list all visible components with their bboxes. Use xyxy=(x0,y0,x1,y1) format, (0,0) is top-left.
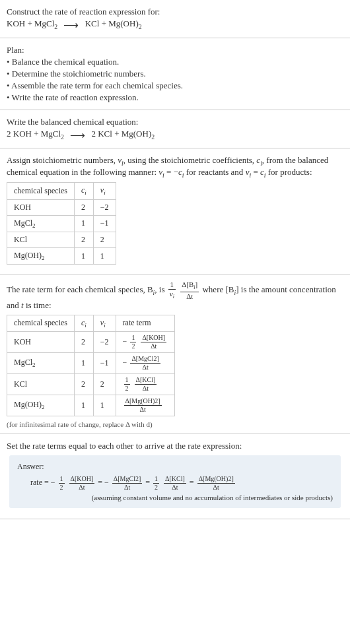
eq1-m: = − xyxy=(164,167,178,177)
hd: 2 xyxy=(59,484,65,491)
f2n: Δ[Bi] xyxy=(180,281,199,292)
table-row: KCl 2 2 xyxy=(7,232,116,247)
rate-word: rate = xyxy=(30,478,51,487)
th-ci-i: i xyxy=(85,190,87,197)
table-row: Mg(OH)2 1 1 Δ[Mg(OH)2]Δt xyxy=(7,395,175,416)
cell-rate: − 12 Δ[KOH]Δt xyxy=(116,332,175,353)
final-section: Set the rate terms equal to each other t… xyxy=(0,434,350,519)
plan-heading: Plan: xyxy=(7,45,343,55)
cell-nu: 1 xyxy=(93,247,116,264)
f1d: νi xyxy=(168,290,176,300)
th2-nui-i: i xyxy=(104,322,106,329)
th-rate: rate term xyxy=(116,315,175,331)
cell-species: KOH xyxy=(7,199,75,215)
sp-t: MgCl xyxy=(14,358,32,367)
delta-frac-koh: Δ[KOH]Δt xyxy=(69,476,95,491)
assign-section: Assign stoichiometric numbers, νi, using… xyxy=(0,148,350,274)
assign-te: for products: xyxy=(265,167,312,177)
cell-nu: 2 xyxy=(93,232,116,247)
intro-line1: Construct the rate of reaction expressio… xyxy=(7,7,343,17)
intro-section: Construct the rate of reaction expressio… xyxy=(0,0,350,38)
table-row: MgCl2 1 −1 xyxy=(7,215,116,232)
half-frac: 12 xyxy=(130,335,136,350)
table-row: KOH 2 −2 xyxy=(7,199,116,215)
hn2: 1 xyxy=(153,476,159,484)
th-species: chemical species xyxy=(7,183,75,199)
cell-c: 1 xyxy=(74,395,93,416)
frac-one-over-nu: 1 νi xyxy=(168,281,176,300)
cell-rate: Δ[Mg(OH)2]Δt xyxy=(116,395,175,416)
eq2-m: = xyxy=(251,167,260,177)
sp-s: 2 xyxy=(42,404,45,411)
delta-frac-mgcl2: Δ[MgCl2]Δt xyxy=(112,476,142,491)
neg1: − xyxy=(51,478,55,487)
eq1: = xyxy=(98,478,104,487)
t4n: Δ[Mg(OH)2] xyxy=(197,476,235,484)
arrow-icon: ⟶ xyxy=(63,18,79,31)
rate-expression: rate = − 12 Δ[KOH]Δt = − Δ[MgCl2]Δt = 12… xyxy=(30,476,333,491)
eq3: = xyxy=(190,478,196,487)
dn: Δ[Mg(OH)2] xyxy=(124,398,162,406)
cell-nu: −1 xyxy=(93,353,116,374)
intro-reaction: KOH + MgCl2 ⟶ KCl + Mg(OH)2 xyxy=(7,18,343,31)
cell-species: KOH xyxy=(7,332,75,353)
intro-left-sub: 2 xyxy=(54,23,57,30)
fn: 1 xyxy=(130,335,136,342)
half-frac: 12 xyxy=(124,377,130,392)
balanced-left: 2 KOH + MgCl xyxy=(7,129,61,139)
assign-text: Assign stoichiometric numbers, νi, using… xyxy=(7,155,343,178)
cell-rate: 12 Δ[KCl]Δt xyxy=(116,374,175,395)
th-nui-i: i xyxy=(104,190,106,197)
cell-species: KCl xyxy=(7,232,75,247)
fd: 2 xyxy=(130,342,136,350)
balanced-section: Write the balanced chemical equation: 2 … xyxy=(0,110,350,148)
f2d: Δt xyxy=(180,292,199,300)
balanced-reaction: 2 KOH + MgCl2 ⟶ 2 KCl + Mg(OH)2 xyxy=(7,129,343,141)
dn: Δ[KOH] xyxy=(141,335,166,342)
f1n: 1 xyxy=(168,281,176,290)
cell-species: KCl xyxy=(7,374,75,395)
balanced-right: 2 KCl + Mg(OH) xyxy=(91,129,151,139)
infinitesimal-note: (for infinitesimal rate of change, repla… xyxy=(7,420,343,428)
plan-section: Plan: • Balance the chemical equation. •… xyxy=(0,38,350,110)
final-heading: Set the rate terms equal to each other t… xyxy=(7,441,343,451)
cell-c: 1 xyxy=(74,247,93,264)
neg2: − xyxy=(104,478,109,487)
neg: − xyxy=(123,337,127,346)
th-nui: νi xyxy=(93,183,116,199)
delta-frac: Δ[KCl]Δt xyxy=(135,377,157,392)
rt-c: where [B xyxy=(202,285,234,295)
th-nui: νi xyxy=(93,315,116,331)
fd: 2 xyxy=(124,385,130,392)
assign-tb: , using the stoichiometric coefficients, xyxy=(123,155,257,165)
table-row: MgCl2 1 −1 − Δ[MgCl2]Δt xyxy=(7,353,175,374)
cell-c: 2 xyxy=(74,374,93,395)
th-species: chemical species xyxy=(7,315,75,331)
stoich-table: chemical species ci νi KOH 2 −2 MgCl2 1 … xyxy=(7,182,116,265)
arrow-icon: ⟶ xyxy=(70,129,85,141)
dd: Δt xyxy=(130,364,160,371)
cell-species: Mg(OH)2 xyxy=(7,395,75,416)
table-row: KCl 2 2 12 Δ[KCl]Δt xyxy=(7,374,175,395)
rt-b: , is xyxy=(155,285,166,295)
sp-s: 2 xyxy=(42,255,45,261)
cell-nu: −2 xyxy=(93,199,116,215)
sp-t: MgCl xyxy=(14,218,32,228)
cell-nu: −1 xyxy=(93,215,116,232)
table-header-row: chemical species ci νi xyxy=(7,183,116,199)
intro-left: KOH + MgCl xyxy=(7,18,54,28)
th-ci: ci xyxy=(74,315,93,331)
table-row: KOH 2 −2 − 12 Δ[KOH]Δt xyxy=(7,332,175,353)
dd: Δt xyxy=(135,385,157,392)
plan-b4: • Write the rate of reaction expression. xyxy=(7,92,343,103)
intro-right: KCl + Mg(OH) xyxy=(85,18,139,28)
rateterm-text: The rate term for each chemical species,… xyxy=(7,281,343,310)
rateterm-section: The rate term for each chemical species,… xyxy=(0,274,350,434)
balanced-right-sub: 2 xyxy=(151,133,155,141)
rt-a: The rate term for each chemical species,… xyxy=(7,285,153,295)
eq2: = xyxy=(145,478,152,487)
rate-table: chemical species ci νi rate term KOH 2 −… xyxy=(7,315,175,416)
plan-b2: • Determine the stoichiometric numbers. xyxy=(7,69,343,79)
delta-frac: Δ[KOH]Δt xyxy=(141,335,166,350)
neg: − xyxy=(123,358,127,367)
